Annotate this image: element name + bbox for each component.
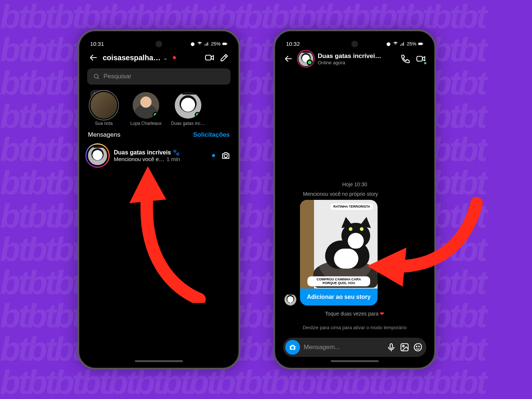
svg-rect-2 — [223, 43, 224, 45]
wifi-icon — [393, 41, 398, 47]
sender-avatar[interactable] — [284, 294, 296, 306]
back-button[interactable] — [283, 53, 294, 64]
add-to-story-button[interactable]: Adicionar ao seu story — [300, 289, 378, 306]
tab-messages[interactable]: Mensagens — [88, 131, 120, 139]
phone-right: 10:32 25% Duas gatas incrívei… Online ag… — [273, 30, 436, 369]
svg-point-13 — [403, 345, 404, 347]
gesture-bar — [135, 360, 183, 362]
video-call-button[interactable] — [415, 53, 426, 64]
chat-avatar[interactable] — [299, 51, 313, 66]
double-tap-hint: Toque duas vezes para ❤ — [284, 311, 425, 317]
status-battery: 25% — [407, 41, 416, 47]
alarm-icon — [190, 41, 195, 47]
camera-button[interactable] — [285, 340, 300, 355]
chat-body[interactable]: Hoje 10:30 Mencionou você no próprio sto… — [277, 70, 432, 332]
arrow-left-icon — [89, 53, 98, 62]
svg-point-5 — [224, 154, 228, 158]
tab-requests[interactable]: Solicitações — [193, 131, 230, 139]
chat-timestamp: Hoje 10:30 — [284, 181, 425, 187]
notes-row: Nota… Sua nota Lupa Charleaux Duas gatas… — [81, 89, 236, 127]
presence-dot — [153, 112, 158, 118]
svg-point-15 — [419, 346, 419, 347]
svg-rect-7 — [423, 43, 423, 44]
signal-icon — [204, 41, 209, 47]
svg-rect-3 — [205, 55, 211, 60]
svg-point-10 — [291, 346, 294, 349]
story-sticker-bottom: COMPROU CAMINHA CARA PORQUE QUIS, VOU — [307, 276, 370, 286]
arrow-left-icon — [284, 54, 293, 64]
video-icon — [205, 53, 214, 62]
message-row: RATINHA TERRORISTA COMPROU CAMINHA CARA … — [284, 200, 425, 306]
story-mention-card[interactable]: RATINHA TERRORISTA COMPROU CAMINHA CARA … — [300, 200, 378, 306]
unread-dot — [173, 56, 176, 59]
thread-name: Duas gatas incríveis 🐾 — [114, 149, 207, 156]
camera-icon — [289, 343, 297, 351]
account-switcher[interactable]: coisasespalha… — [103, 54, 161, 62]
mention-label: Mencionou você no próprio story — [303, 191, 425, 197]
search-placeholder: Pesquisar — [103, 73, 132, 80]
avatar — [91, 92, 117, 119]
presence-dot — [307, 59, 313, 65]
thread-item[interactable]: Duas gatas incríveis 🐾 Mencionou você e…… — [81, 141, 236, 170]
note-label: Lupa Charleaux — [130, 121, 162, 126]
presence-dot — [195, 112, 201, 118]
video-call-button[interactable] — [204, 52, 215, 63]
thread-time: 1 min — [167, 156, 180, 162]
presence-dot — [423, 61, 427, 65]
gallery-icon[interactable] — [400, 342, 409, 352]
unread-indicator — [212, 154, 215, 157]
svg-rect-9 — [417, 57, 422, 61]
compose-icon — [219, 53, 229, 62]
status-time: 10:31 — [90, 41, 104, 47]
gesture-bar — [331, 360, 379, 362]
signal-icon — [400, 41, 405, 47]
chat-status: Online agora — [318, 60, 395, 65]
alarm-icon — [386, 41, 391, 47]
thread-subtitle: Mencionou você e… — [114, 156, 164, 162]
story-sticker-top: RATINHA TERRORISTA — [330, 204, 373, 210]
wifi-icon — [197, 41, 202, 47]
audio-call-button[interactable] — [400, 53, 411, 64]
note-label: Duas gatas inc… — [171, 121, 205, 126]
note-contact-2[interactable]: Duas gatas inc… — [171, 92, 205, 126]
compose-button[interactable] — [219, 52, 230, 63]
search-icon — [93, 73, 100, 80]
composer-placeholder: Mensagem... — [304, 344, 340, 351]
svg-rect-1 — [227, 43, 227, 44]
battery-icon — [418, 41, 423, 47]
svg-rect-8 — [419, 43, 420, 45]
note-contact-1[interactable]: Lupa Charleaux — [129, 92, 163, 126]
avatar — [175, 92, 201, 119]
avatar — [133, 92, 159, 119]
camera-icon — [221, 151, 231, 160]
phone-icon — [400, 54, 410, 64]
avatar — [88, 146, 107, 165]
chat-name[interactable]: Duas gatas incrívei… — [318, 52, 395, 60]
svg-point-14 — [416, 346, 417, 347]
message-composer[interactable]: Mensagem... — [283, 338, 426, 357]
svg-point-4 — [94, 74, 98, 78]
chat-header: Duas gatas incrívei… Online agora — [277, 48, 432, 69]
svg-rect-11 — [390, 344, 393, 348]
sticker-icon[interactable] — [413, 342, 423, 352]
status-time: 10:32 — [286, 41, 300, 47]
swipe-up-hint: Deslize para cima para ativar o modo tem… — [284, 325, 425, 330]
chevron-down-icon[interactable]: ⌄ — [163, 54, 168, 61]
status-battery: 25% — [211, 41, 221, 47]
story-image — [317, 218, 374, 284]
section-tabs: Mensagens Solicitações — [81, 127, 236, 141]
inbox-header: coisasespalha… ⌄ — [81, 48, 236, 67]
your-note[interactable]: Nota… Sua nota — [87, 92, 120, 126]
battery-icon — [222, 41, 228, 47]
search-input[interactable]: Pesquisar — [87, 68, 231, 85]
phone-left: 10:31 25% coisasespalha… ⌄ — [78, 30, 240, 369]
mic-icon[interactable] — [386, 342, 396, 352]
thread-camera-button[interactable] — [220, 150, 231, 161]
note-label: Sua nota — [95, 121, 113, 126]
heart-icon: ❤ — [380, 311, 384, 317]
back-button[interactable] — [88, 52, 99, 63]
